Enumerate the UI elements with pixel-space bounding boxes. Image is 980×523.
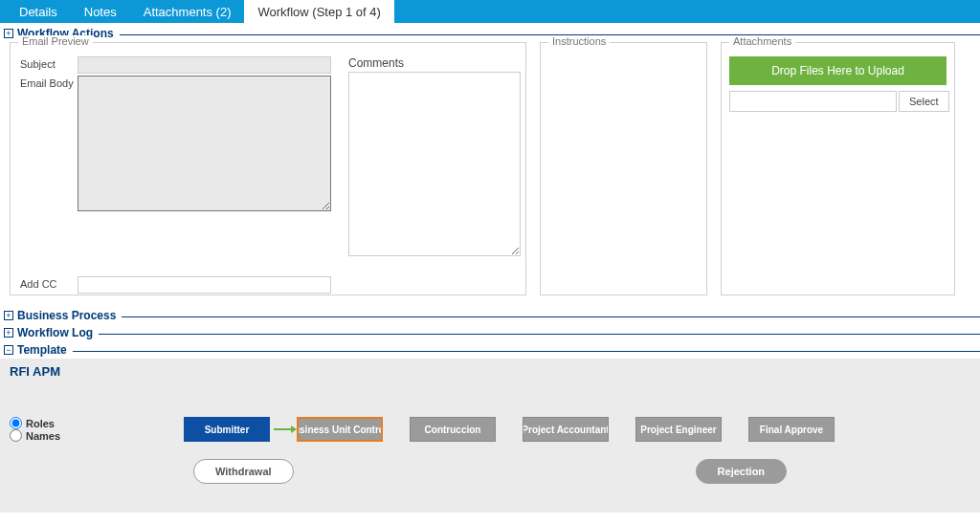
tab-details[interactable]: Details [6, 0, 71, 23]
divider [122, 316, 980, 317]
expand-icon: + [4, 311, 13, 320]
attachments-panel: Attachments Drop Files Here to Upload Se… [721, 42, 955, 295]
step-final-approve[interactable]: Final Approve [748, 417, 835, 442]
step-project-engineer[interactable]: Project Engineer [635, 417, 722, 442]
dropzone[interactable]: Drop Files Here to Upload [729, 56, 947, 85]
expand-icon: + [4, 328, 13, 338]
radio-names-label: Names [26, 430, 60, 442]
step-project-accountant[interactable]: Project Accountant [523, 417, 609, 442]
email-preview-panel: Email Preview Subject Email Body Comment… [10, 42, 526, 295]
radio-names[interactable]: Names [10, 429, 172, 442]
section-workflow-log[interactable]: + Workflow Log [4, 326, 980, 339]
section-workflow-actions[interactable]: + Workflow Actions [4, 27, 980, 40]
addcc-input[interactable] [78, 276, 331, 294]
radio-names-input[interactable] [10, 429, 22, 442]
workflow-actions-body: Email Preview Subject Email Body Comment… [0, 40, 980, 305]
section-title: Business Process [17, 309, 116, 322]
subject-input[interactable] [78, 56, 331, 74]
tab-bar: Details Notes Attachments (2) Workflow (… [0, 0, 980, 23]
radio-roles[interactable]: Roles [10, 417, 172, 429]
radio-roles-input[interactable] [10, 417, 22, 429]
panel-legend: Attachments [729, 35, 795, 47]
radio-roles-label: Roles [26, 418, 55, 429]
divider [73, 351, 980, 352]
role-name-radios: Roles Names [10, 417, 172, 442]
template-area: RFI APM Roles Names Submitter Business U… [0, 359, 980, 512]
rejection-button[interactable]: Rejection [696, 459, 788, 484]
tab-workflow[interactable]: Workflow (Step 1 of 4) [244, 0, 393, 23]
withdrawal-button[interactable]: Withdrawal [193, 459, 294, 484]
step-contruccion[interactable]: Contruccion [410, 417, 496, 442]
arrow-icon [274, 428, 293, 430]
divider [99, 334, 980, 335]
email-body-input[interactable] [78, 76, 331, 211]
email-body-label: Email Body [20, 76, 78, 89]
comments-input[interactable] [348, 72, 521, 256]
template-title: RFI APM [10, 364, 970, 379]
subject-label: Subject [20, 56, 78, 70]
file-name-input[interactable] [729, 91, 897, 112]
panel-legend: Email Preview [18, 35, 93, 47]
expand-icon: + [4, 29, 13, 38]
section-template[interactable]: − Template [4, 343, 980, 357]
tab-attachments[interactable]: Attachments (2) [130, 0, 245, 23]
step-business-unit-controller[interactable]: Business Unit Contro... [297, 417, 383, 442]
section-business-process[interactable]: + Business Process [4, 309, 980, 322]
section-title: Template [17, 343, 67, 357]
panel-legend: Instructions [548, 35, 610, 47]
step-submitter[interactable]: Submitter [184, 417, 270, 442]
select-file-button[interactable]: Select [899, 91, 949, 112]
workflow-steps: Submitter Business Unit Contro... Contru… [184, 417, 835, 442]
collapse-icon: − [4, 345, 13, 355]
addcc-label: Add CC [20, 276, 78, 290]
tab-notes[interactable]: Notes [71, 0, 130, 23]
instructions-panel: Instructions [540, 42, 707, 295]
comments-label: Comments [348, 56, 521, 70]
section-title: Workflow Log [17, 326, 93, 339]
